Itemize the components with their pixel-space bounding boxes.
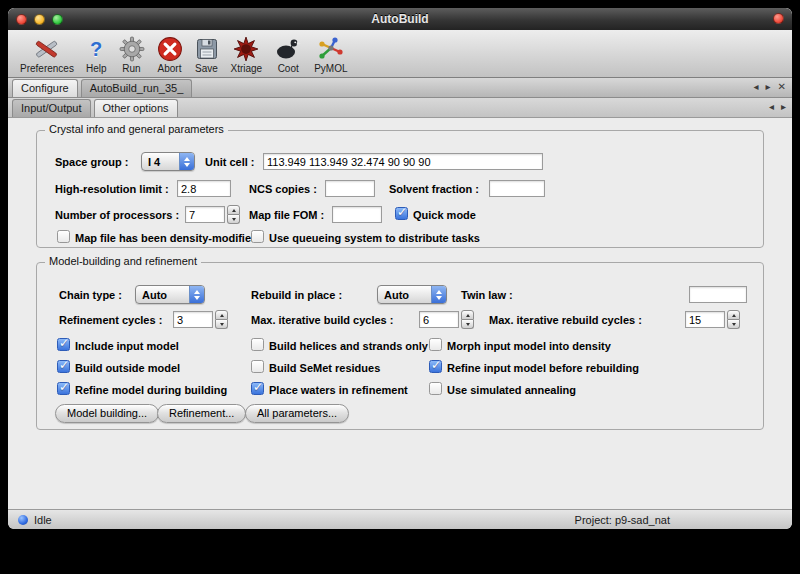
space-group-dropdown[interactable]: I 4 [141, 152, 195, 171]
doc-tab-next-icon[interactable]: ▸ [766, 81, 771, 92]
stepper-up-icon[interactable] [215, 310, 228, 320]
max-build-cycles-label: Max. iterative build cycles : [251, 314, 393, 326]
crystal-info-group: Crystal info and general parameters Spac… [36, 130, 764, 248]
twin-law-label: Twin law : [461, 289, 513, 301]
simulated-annealing-checkbox[interactable] [429, 382, 442, 395]
map-file-fom-label: Map file FOM : [249, 209, 324, 221]
save-button[interactable]: Save [189, 32, 225, 75]
space-group-label: Space group : [55, 156, 128, 168]
stepper-down-icon[interactable] [227, 215, 240, 224]
stepper-down-icon[interactable] [727, 320, 740, 329]
ncs-copies-label: NCS copies : [249, 183, 317, 195]
high-resolution-limit-input[interactable] [177, 180, 231, 197]
document-tab-bar: Configure AutoBuild_run_35_ ◂ ▸ ✕ [8, 78, 792, 98]
help-button[interactable]: ? Help [80, 32, 113, 75]
run-label: Run [122, 63, 140, 75]
help-icon: ? [90, 34, 102, 63]
refine-input-model-label: Refine input model before rebuilding [447, 362, 639, 374]
refine-input-model-checkbox[interactable] [429, 360, 442, 373]
build-semet-label: Build SeMet residues [269, 362, 380, 374]
preferences-icon [33, 34, 61, 63]
refinement-cycles-input[interactable] [173, 311, 213, 328]
pymol-button[interactable]: PyMOL [308, 32, 353, 75]
pymol-molecule-icon [318, 34, 344, 63]
model-group-title: Model-building and refinement [45, 255, 201, 267]
model-building-group: Model-building and refinement Chain type… [36, 262, 764, 430]
refine-during-building-label: Refine model during building [75, 384, 227, 396]
title-bar[interactable]: AutoBuild [8, 8, 792, 30]
chain-type-dropdown[interactable]: Auto [135, 285, 205, 304]
abort-icon [157, 34, 183, 63]
build-cycles-stepper[interactable] [461, 310, 474, 329]
twin-law-input[interactable] [689, 286, 747, 303]
tab-other-options[interactable]: Other options [94, 99, 178, 117]
project-label: Project: p9-sad_nat [575, 514, 670, 526]
dropdown-arrows-icon [431, 286, 446, 303]
map-file-fom-input[interactable] [332, 206, 382, 223]
rebuild-cycles-stepper[interactable] [727, 310, 740, 329]
doc-tab-controls: ◂ ▸ ✕ [754, 81, 786, 94]
quick-mode-checkbox[interactable] [395, 207, 408, 220]
number-of-processors-label: Number of processors : [55, 209, 179, 221]
page-tab-prev-icon[interactable]: ◂ [769, 101, 774, 112]
space-group-value: I 4 [142, 156, 179, 168]
page-tab-next-icon[interactable]: ▸ [781, 101, 786, 112]
model-building-button[interactable]: Model building... [55, 404, 159, 423]
place-waters-label: Place waters in refinement [269, 384, 408, 396]
minimize-window-button[interactable] [34, 14, 45, 25]
zoom-window-button[interactable] [52, 14, 63, 25]
all-parameters-button[interactable]: All parameters... [245, 404, 349, 423]
ncs-copies-input[interactable] [325, 180, 375, 197]
crystal-group-title: Crystal info and general parameters [45, 123, 228, 135]
refinement-cycles-label: Refinement cycles : [59, 314, 162, 326]
close-window-button[interactable] [16, 14, 27, 25]
run-button[interactable]: Run [113, 32, 151, 75]
status-bar: Idle Project: p9-sad_nat [8, 509, 792, 529]
build-helices-checkbox[interactable] [251, 338, 264, 351]
doc-tab-prev-icon[interactable]: ◂ [754, 81, 759, 92]
refine-during-building-checkbox[interactable] [57, 382, 70, 395]
chain-type-value: Auto [136, 289, 189, 301]
run-gear-icon [119, 34, 145, 63]
include-input-model-checkbox[interactable] [57, 338, 70, 351]
other-options-panel: Crystal info and general parameters Spac… [8, 118, 792, 509]
refinement-button[interactable]: Refinement... [157, 404, 246, 423]
density-modified-checkbox[interactable] [57, 230, 70, 243]
build-outside-model-checkbox[interactable] [57, 360, 70, 373]
morph-input-model-checkbox[interactable] [429, 338, 442, 351]
page-tab-controls: ◂ ▸ [769, 101, 786, 114]
autobuild-window: AutoBuild Preferences ? Help [8, 8, 792, 529]
tab-input-output[interactable]: Input/Output [12, 99, 91, 117]
place-waters-checkbox[interactable] [251, 382, 264, 395]
refinement-cycles-stepper[interactable] [215, 310, 228, 329]
rebuild-in-place-dropdown[interactable]: Auto [377, 285, 447, 304]
tab-autobuild-run-35[interactable]: AutoBuild_run_35_ [81, 79, 193, 97]
stepper-up-icon[interactable] [227, 205, 240, 215]
preferences-button[interactable]: Preferences [14, 32, 80, 75]
build-outside-model-label: Build outside model [75, 362, 180, 374]
stepper-down-icon[interactable] [215, 320, 228, 329]
abort-button[interactable]: Abort [151, 32, 189, 75]
unit-cell-input[interactable] [263, 153, 543, 170]
queueing-system-checkbox[interactable] [251, 230, 264, 243]
number-of-processors-input[interactable] [185, 206, 225, 223]
desktop-background: AutoBuild Preferences ? Help [0, 0, 800, 574]
processors-stepper[interactable] [227, 205, 240, 224]
stepper-up-icon[interactable] [727, 310, 740, 320]
save-floppy-icon [195, 34, 219, 63]
doc-tab-close-icon[interactable]: ✕ [778, 81, 786, 92]
max-rebuild-cycles-input[interactable] [685, 311, 725, 328]
tab-configure[interactable]: Configure [12, 79, 78, 97]
stepper-up-icon[interactable] [461, 310, 474, 320]
unit-cell-label: Unit cell : [205, 156, 255, 168]
window-controls [8, 14, 63, 25]
xtriage-button[interactable]: Xtriage [225, 32, 269, 75]
solvent-fraction-input[interactable] [489, 180, 545, 197]
coot-label: Coot [278, 63, 299, 75]
max-build-cycles-input[interactable] [419, 311, 459, 328]
coot-button[interactable]: Coot [268, 32, 308, 75]
stepper-down-icon[interactable] [461, 320, 474, 329]
build-semet-checkbox[interactable] [251, 360, 264, 373]
include-input-model-label: Include input model [75, 340, 179, 352]
quick-mode-label: Quick mode [413, 209, 476, 221]
